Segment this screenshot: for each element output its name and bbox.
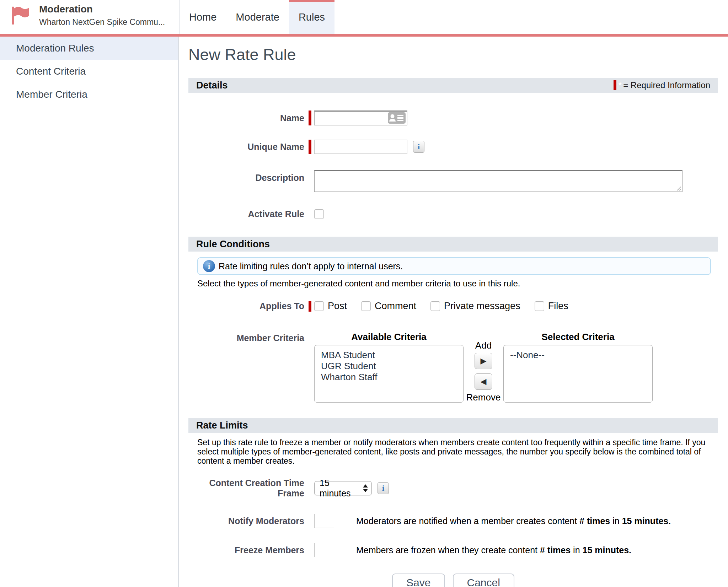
sidebar-item-moderation-rules[interactable]: Moderation Rules (0, 37, 178, 60)
tab-rules[interactable]: Rules (289, 0, 334, 34)
description-label: Description (188, 170, 304, 183)
applies-to-required-marker (309, 301, 311, 312)
private-messages-label: Private messages (444, 301, 520, 312)
freeze-text-before: Members are frozen when they create cont… (356, 545, 537, 555)
notify-moderators-input[interactable] (314, 514, 334, 528)
unique-name-row: Unique Name i (188, 140, 718, 154)
required-asterisk: * (619, 80, 622, 90)
time-frame-info-icon[interactable]: i (378, 482, 389, 494)
add-remove-controls: Add ▶ ◀ Remove (464, 332, 503, 403)
time-frame-select[interactable]: 15 minutes (314, 481, 372, 495)
applies-to-option-private-messages: Private messages (430, 301, 520, 312)
rate-limits-description-line: Set up this rate rule to freeze a member… (197, 438, 718, 447)
name-required-marker (309, 111, 311, 125)
rule-conditions-section-title: Rule Conditions (196, 239, 270, 250)
activate-spacer (309, 209, 311, 219)
tab-moderate[interactable]: Moderate (226, 0, 289, 34)
rate-limits-section-title: Rate Limits (196, 420, 248, 431)
description-spacer (309, 170, 311, 192)
applies-to-option-post: Post (314, 301, 347, 312)
contact-card-icon (388, 112, 406, 124)
unique-name-label: Unique Name (188, 142, 304, 152)
save-button[interactable]: Save (392, 573, 445, 587)
add-button[interactable]: ▶ (475, 353, 492, 369)
files-label: Files (548, 301, 568, 312)
available-criteria-option[interactable]: Wharton Staff (321, 372, 457, 383)
applies-to-label: Applies To (188, 301, 304, 311)
app-subtitle: Wharton NextGen Spike Commu... (39, 17, 165, 27)
description-row: Description (188, 170, 718, 193)
freeze-members-sentence: Members are frozen when they create cont… (356, 545, 631, 555)
instruction-text: Select the types of member-generated con… (197, 279, 718, 288)
member-criteria-label: Member Criteria (188, 332, 304, 343)
files-checkbox[interactable] (535, 301, 544, 311)
freeze-members-label: Freeze Members (188, 545, 304, 555)
comment-label: Comment (375, 301, 416, 312)
rate-limits-description: Set up this rate rule to freeze a member… (197, 438, 718, 465)
freeze-minutes-bold: 15 minutes. (583, 545, 632, 555)
notify-moderators-row: Notify Moderators Moderators are notifie… (188, 514, 718, 528)
name-label: Name (188, 113, 304, 123)
unique-name-input[interactable] (314, 140, 407, 154)
brand: Moderation Wharton NextGen Spike Commu..… (11, 4, 165, 27)
app-title: Moderation (39, 4, 165, 15)
tab-bar: Home Moderate Rules (180, 0, 334, 34)
comment-checkbox[interactable] (361, 301, 371, 311)
rule-conditions-section-header: Rule Conditions (188, 237, 718, 252)
flag-icon (11, 4, 31, 27)
page-title: New Rate Rule (188, 46, 718, 63)
sidebar-item-content-criteria[interactable]: Content Criteria (0, 60, 178, 83)
details-section-title: Details (196, 80, 228, 91)
tab-home[interactable]: Home (180, 0, 226, 34)
up-down-arrows-icon (363, 484, 368, 492)
freeze-spacer (309, 543, 311, 557)
notify-spacer (309, 514, 311, 528)
notify-times-bold: # times (579, 516, 610, 526)
applies-to-option-files: Files (535, 301, 568, 312)
name-row: Name (188, 111, 718, 125)
details-section-header: Details * = Required Information (188, 78, 718, 93)
available-criteria-option[interactable]: UGR Student (321, 361, 457, 372)
selected-criteria-column: Selected Criteria --None-- (503, 332, 653, 403)
unique-name-info-icon[interactable]: i (413, 141, 424, 153)
selected-criteria-option[interactable]: --None-- (510, 350, 646, 361)
post-label: Post (328, 301, 347, 312)
sidebar-item-member-criteria[interactable]: Member Criteria (0, 83, 178, 106)
notify-minutes-bold: 15 minutes. (622, 516, 671, 526)
available-criteria-column: Available Criteria MBA Student UGR Stude… (314, 332, 464, 403)
time-frame-label: Content Creation Time Frame (188, 478, 304, 499)
required-legend: * = Required Information (614, 80, 710, 90)
activate-rule-row: Activate Rule (188, 209, 718, 219)
notify-text-before: Moderators are notified when a member cr… (356, 516, 577, 526)
main-content: New Rate Rule Details * = Required Infor… (188, 37, 718, 587)
sidebar: Moderation Rules Content Criteria Member… (0, 37, 179, 587)
unique-name-required-marker (309, 140, 311, 154)
description-textarea[interactable] (314, 170, 682, 192)
form-actions: Save Cancel (188, 573, 718, 587)
selected-criteria-header: Selected Criteria (503, 332, 653, 342)
add-label: Add (475, 340, 492, 351)
right-arrow-icon: ▶ (481, 356, 487, 366)
notify-moderators-sentence: Moderators are notified when a member cr… (356, 516, 671, 526)
applies-to-row: Applies To Post Comment Private messages (188, 301, 718, 312)
notify-moderators-label: Notify Moderators (188, 516, 304, 526)
time-frame-spacer (309, 481, 311, 495)
info-circle-icon: i (203, 260, 215, 272)
dual-listbox: Available Criteria MBA Student UGR Stude… (314, 332, 653, 403)
available-criteria-listbox[interactable]: MBA Student UGR Student Wharton Staff (314, 345, 464, 403)
rate-limits-section-header: Rate Limits (188, 418, 718, 433)
post-checkbox[interactable] (314, 301, 324, 311)
activate-rule-checkbox[interactable] (314, 209, 324, 219)
selected-criteria-listbox[interactable]: --None-- (503, 345, 653, 403)
required-legend-text: = Required Information (623, 80, 710, 90)
cancel-button[interactable]: Cancel (453, 573, 514, 587)
available-criteria-option[interactable]: MBA Student (321, 350, 457, 361)
remove-button[interactable]: ◀ (475, 373, 492, 390)
header-accent-line (0, 34, 728, 37)
private-messages-checkbox[interactable] (430, 301, 440, 311)
required-marker-sample (614, 80, 616, 90)
rate-limits-description-line: content a member creates. (197, 456, 718, 465)
applies-to-option-comment: Comment (361, 301, 416, 312)
time-frame-row: Content Creation Time Frame 15 minutes i (188, 478, 718, 499)
freeze-members-input[interactable] (314, 543, 334, 557)
